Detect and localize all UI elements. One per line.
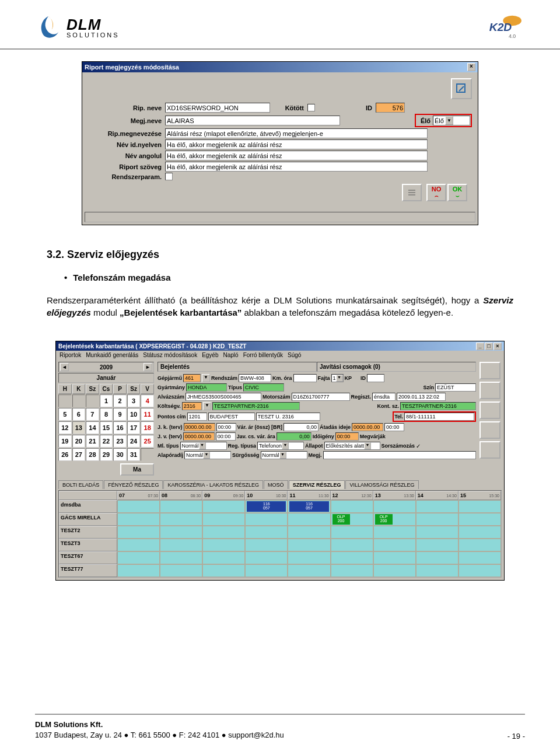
gantt-cell[interactable] xyxy=(202,539,245,551)
gantt-cell[interactable] xyxy=(160,513,202,526)
gantt-cell[interactable]: 116057 xyxy=(245,500,288,513)
gantt-cell[interactable] xyxy=(202,500,245,513)
tool-icon-4[interactable] xyxy=(480,421,501,439)
sorszamozas-checkbox[interactable]: ✓ xyxy=(416,443,422,449)
varar-input[interactable] xyxy=(284,423,318,431)
fajta-select[interactable]: 1▼ xyxy=(331,374,344,382)
list-icon[interactable] xyxy=(402,184,422,201)
gantt-cell[interactable]: OLP200 xyxy=(331,513,373,526)
id-input[interactable] xyxy=(376,103,405,113)
cal-day[interactable]: 1 xyxy=(100,394,113,407)
rip-szov-input[interactable] xyxy=(165,162,428,172)
gantt-cell[interactable] xyxy=(202,526,245,539)
ok-button[interactable]: OK⌣ xyxy=(447,184,467,201)
nev-id-input[interactable] xyxy=(165,139,428,149)
gantt-cell[interactable] xyxy=(202,513,245,526)
cal-day[interactable]: 9 xyxy=(113,408,127,421)
cal-day[interactable]: 11 xyxy=(141,408,154,421)
gantt-cell[interactable] xyxy=(459,500,501,513)
gantt-cell[interactable] xyxy=(373,551,416,564)
rip-neve-input[interactable] xyxy=(165,103,270,113)
gyartmany-input[interactable] xyxy=(186,383,227,392)
gantt-cell[interactable] xyxy=(373,526,416,539)
gantt-cell[interactable] xyxy=(288,513,330,526)
cal-day[interactable]: 6 xyxy=(72,408,86,421)
koltsegv-input[interactable] xyxy=(182,402,202,410)
menu-item[interactable]: Súgó xyxy=(288,352,301,358)
gantt-cell[interactable] xyxy=(331,551,373,564)
cal-day[interactable]: 7 xyxy=(86,408,99,421)
close-icon[interactable]: × xyxy=(494,343,502,350)
tab[interactable]: SZERVIZ RÉSZLEG xyxy=(289,480,345,489)
gantt-cell[interactable] xyxy=(373,500,416,513)
menu-item[interactable]: Riportok xyxy=(60,352,81,358)
gantt-cell[interactable] xyxy=(459,551,501,564)
cal-day[interactable]: 17 xyxy=(127,421,141,434)
cal-day[interactable]: 26 xyxy=(58,448,72,461)
cal-day[interactable]: 8 xyxy=(100,408,113,421)
jkterv-h-input[interactable] xyxy=(216,423,236,431)
gantt-cell[interactable] xyxy=(331,526,373,539)
rendszer-checkbox[interactable] xyxy=(165,173,173,180)
cal-day[interactable]: 28 xyxy=(86,448,99,461)
gantt-cell[interactable] xyxy=(288,551,330,564)
tool-icon-2[interactable] xyxy=(480,382,501,399)
cal-day[interactable]: 5 xyxy=(58,408,72,421)
cal-day[interactable]: 4 xyxy=(141,394,154,407)
gantt-cell[interactable] xyxy=(288,526,330,539)
cal-day[interactable]: 19 xyxy=(58,435,72,448)
cal-day[interactable]: 21 xyxy=(86,435,99,448)
gantt-cell[interactable] xyxy=(331,500,373,513)
jkterv-d-input[interactable] xyxy=(184,423,215,431)
tool-icon-1[interactable] xyxy=(480,362,501,379)
gantt-cell[interactable] xyxy=(245,526,288,539)
gantt-cell[interactable] xyxy=(416,513,459,526)
menu-item[interactable]: Egyéb xyxy=(202,352,218,358)
alvazszam-input[interactable] xyxy=(186,393,261,401)
today-button[interactable]: Ma xyxy=(120,463,154,476)
gantt-cell[interactable] xyxy=(160,539,202,551)
gantt-cell[interactable] xyxy=(245,564,288,577)
gantt-cell[interactable] xyxy=(245,539,288,551)
gantt-cell[interactable] xyxy=(160,564,202,577)
cal-day[interactable]: 3 xyxy=(127,394,141,407)
cim-city-input[interactable] xyxy=(208,413,255,421)
tab[interactable]: BOLTI ELADÁS xyxy=(58,480,103,489)
minimize-icon[interactable]: _ xyxy=(476,343,484,350)
cal-day[interactable]: 14 xyxy=(86,421,99,434)
gantt-cell[interactable] xyxy=(288,564,330,577)
koltsegv-nev-input[interactable] xyxy=(212,402,300,410)
mltipus-select[interactable]: Normál▼ xyxy=(180,442,227,450)
chevron-down-icon[interactable]: ▼ xyxy=(445,116,453,125)
cal-day[interactable]: 18 xyxy=(141,421,154,434)
cal-day[interactable]: 2 xyxy=(113,394,127,407)
cal-day[interactable]: 16 xyxy=(113,421,127,434)
cal-day[interactable]: 24 xyxy=(127,435,141,448)
atadas-d-input[interactable] xyxy=(352,423,383,431)
jvterv-h-input[interactable] xyxy=(216,432,236,441)
gantt-cell[interactable] xyxy=(245,551,288,564)
menu-item[interactable]: Forró billentyűk xyxy=(243,352,283,358)
menu-item[interactable]: Napló xyxy=(223,352,239,358)
rip-megnev-input[interactable] xyxy=(165,128,428,138)
gantt-cell[interactable] xyxy=(331,564,373,577)
tipus-input[interactable] xyxy=(243,383,284,392)
cal-day[interactable]: 22 xyxy=(100,435,113,448)
lookup-icon[interactable]: ▼ xyxy=(203,402,211,410)
elo-select[interactable]: Élő ▼ xyxy=(433,116,470,125)
tool-icon-5[interactable] xyxy=(480,441,501,459)
cal-day[interactable]: 30 xyxy=(113,448,127,461)
megvarjak-checkbox[interactable] xyxy=(387,434,393,440)
tab[interactable]: FÉNYEZŐ RÉSZLEG xyxy=(104,480,163,489)
gantt-cell[interactable]: 116057 xyxy=(288,500,330,513)
gantt-cell[interactable] xyxy=(117,539,160,551)
gantt-cell[interactable] xyxy=(160,526,202,539)
gantt-cell[interactable] xyxy=(373,539,416,551)
cim-addr-input[interactable] xyxy=(256,413,320,421)
gantt-cell[interactable] xyxy=(160,551,202,564)
javcs-input[interactable] xyxy=(276,432,312,441)
tab[interactable]: VILLAMOSSÁGI RÉSZLEG xyxy=(345,480,418,489)
cal-day[interactable]: 12 xyxy=(58,421,72,434)
edit-icon[interactable] xyxy=(451,78,472,99)
gantt-cell[interactable] xyxy=(331,539,373,551)
